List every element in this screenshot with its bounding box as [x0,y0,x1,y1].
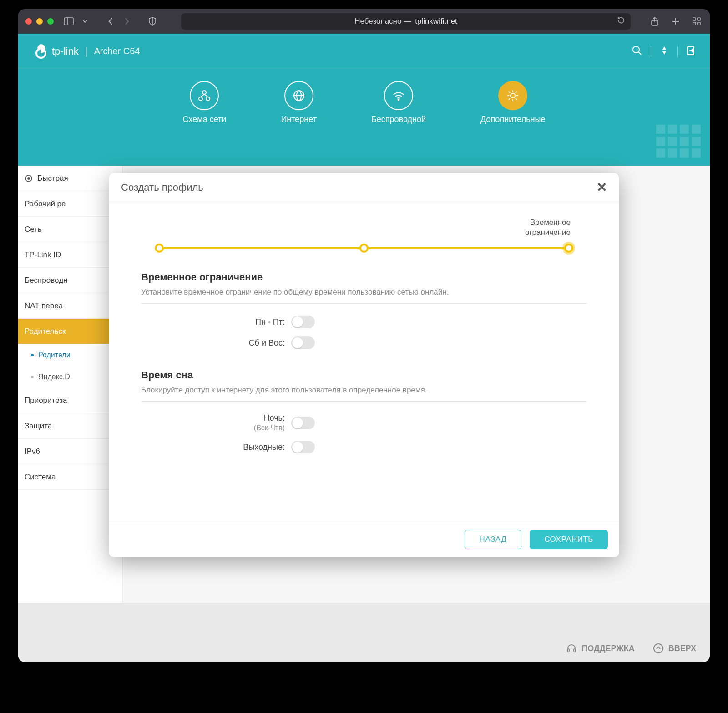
sidebar-item-nat[interactable]: NAT переа [18,293,122,319]
create-profile-modal: Создать профиль ✕ Временное ограничение … [109,173,619,557]
modal-title: Создать профиль [121,182,203,194]
label-night-sub: (Вск-Чтв) [254,424,285,432]
led-icon[interactable] [659,46,669,57]
brand-name: tp-link [52,46,79,57]
sidebar-item-wireless[interactable]: Беспроводн [18,268,122,293]
page: tp-link | Archer C64 [18,34,710,662]
sidebar-item-system[interactable]: Система [18,464,122,490]
sidebar-item-label: Беспроводн [25,276,67,285]
step-dot-3 [564,244,573,253]
svg-point-10 [633,46,639,53]
svg-point-16 [206,97,210,101]
section-time-limit-title: Временное ограничение [141,271,587,283]
new-tab-icon[interactable] [670,15,682,27]
svg-rect-8 [698,22,700,25]
nav-label: Интернет [281,115,317,124]
step-caption: Временное ограничение [141,218,587,238]
search-icon[interactable] [632,45,642,58]
scroll-top-link[interactable]: ВВЕРХ [653,643,696,654]
toggle-weekdays[interactable] [291,316,315,328]
sidebar-subitem-label: Яндекс.D [38,373,70,381]
sidebar-item-label: Быстрая [37,174,68,183]
svg-rect-7 [693,22,696,25]
sidebar-item-qos[interactable]: Приоритеза [18,388,122,413]
address-bar[interactable]: Небезопасно — tplinkwifi.net [181,13,631,30]
label-weekdays: Пн - Пт: [255,317,285,326]
model-name: Archer C64 [94,46,140,56]
svg-point-25 [28,178,30,179]
sidebar-item-label: Приоритеза [25,396,67,405]
window-close-button[interactable] [25,18,32,25]
section-bedtime-desc: Блокируйте доступ к интернету для этого … [141,386,587,402]
logout-icon[interactable] [686,45,697,58]
label-weekend: Сб и Вос: [249,338,285,347]
nav-item-network-map[interactable]: Схема сети [182,81,226,124]
sidebar-item-label: Рабочий ре [25,199,66,209]
sidebar-item-label: Защита [25,422,52,431]
svg-point-23 [511,93,515,98]
sidebar-item-mode[interactable]: Рабочий ре [18,191,122,217]
nav-item-wireless[interactable]: Беспроводной [371,81,426,124]
sidebar-item-security[interactable]: Защита [18,413,122,439]
label-night: Ночь: [264,413,285,423]
sidebar-item-quick[interactable]: Быстрая [18,166,122,191]
sidebar-item-label: Родительск [25,327,66,336]
svg-rect-27 [574,649,576,652]
sidebar-item-label: Сеть [25,225,42,234]
nav-item-advanced[interactable]: Дополнительные [480,81,546,124]
chevron-down-icon[interactable] [79,15,91,27]
nav-item-internet[interactable]: Интернет [281,81,317,124]
reload-icon[interactable] [617,16,625,27]
sidebar-item-label: Система [25,473,56,482]
sidebar-item-tplinkid[interactable]: TP-Link ID [18,242,122,268]
window-minimize-button[interactable] [36,18,43,25]
svg-rect-0 [64,18,73,25]
sidebar-subitem-yandex[interactable]: Яндекс.D [18,366,122,388]
nav-label: Дополнительные [480,115,546,124]
section-time-limit-desc: Установите временное ограничение по обще… [141,288,587,304]
tab-overview-icon[interactable] [691,15,703,27]
row-weekend: Сб и Вос: [141,336,587,349]
sidebar-subitem-label: Родители [38,351,71,359]
sidebar-subitem-parental[interactable]: Родители [18,344,122,366]
sidebar-toggle-icon[interactable] [63,15,75,27]
window-zoom-button[interactable] [47,18,54,25]
share-icon[interactable] [649,15,661,27]
svg-rect-6 [698,18,700,20]
step-dot-1 [155,244,164,253]
address-security-text: Небезопасно — [354,17,411,26]
sidebar-item-parental[interactable]: Родительск [18,319,122,344]
brand-logo: tp-link [31,43,79,60]
page-banner: tp-link | Archer C64 [18,34,710,166]
svg-line-18 [204,94,208,97]
nav-back-button[interactable] [105,15,116,27]
toggle-night[interactable] [291,417,315,429]
nav-forward-button[interactable] [121,15,133,27]
scroll-fade [109,507,619,521]
row-weekdays: Пн - Пт: [141,316,587,328]
svg-point-15 [199,97,202,101]
save-button[interactable]: СОХРАНИТЬ [530,530,608,549]
close-icon[interactable]: ✕ [597,180,607,195]
sidebar-item-ipv6[interactable]: IPv6 [18,439,122,464]
scroll-top-label: ВВЕРХ [668,644,696,653]
decorative-squares [656,125,701,158]
gear-icon [498,81,527,110]
toggle-weekend-nights[interactable] [291,441,315,453]
back-button[interactable]: НАЗАД [465,530,522,549]
sidebar-item-label: NAT переа [25,301,63,311]
support-label: ПОДДЕРЖКА [581,644,634,653]
support-link[interactable]: ПОДДЕРЖКА [566,643,634,654]
network-icon [190,81,219,110]
shield-icon[interactable] [147,15,158,27]
address-host-text: tplinkwifi.net [415,17,457,26]
toggle-weekend[interactable] [291,336,315,349]
stepper [159,241,569,255]
svg-rect-5 [693,18,696,20]
step-dot-2 [359,244,369,253]
sidebar-item-network[interactable]: Сеть [18,217,122,242]
svg-line-11 [638,52,641,55]
top-nav: Схема сети Интернет Беспроводной [18,69,710,124]
sidebar-item-label: IPv6 [25,447,40,456]
titlebar: Небезопасно — tplinkwifi.net [18,9,710,34]
